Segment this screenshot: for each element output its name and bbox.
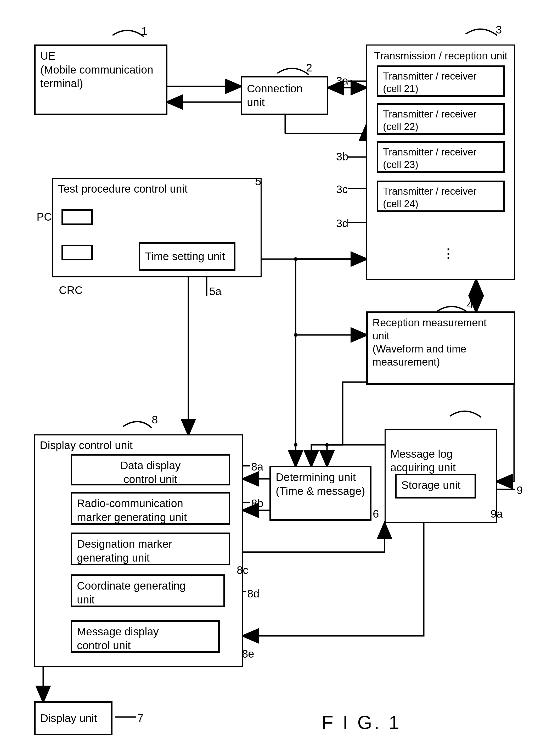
ellipsis-icon: ⋮ — [442, 246, 455, 261]
dcu-title: Display control unit — [40, 438, 238, 452]
block-tx-b: Transmitter / receiver (cell 22) — [377, 103, 505, 135]
block-ue: UE (Mobile communication terminal) — [34, 45, 168, 115]
block-coordinate-gen: Coordinate generating unit — [71, 574, 225, 607]
ref-8b: 8b — [251, 497, 264, 510]
ref-3b: 3b — [336, 151, 348, 163]
block-reception-measurement: Reception measurement unit (Waveform and… — [366, 312, 515, 385]
figure-label: F I G. 1 — [322, 712, 401, 733]
block-data-display-control: Data display control unit — [71, 454, 230, 485]
block-display-unit: Display unit — [34, 701, 113, 735]
block-tx-a: Transmitter / receiver (cell 21) — [377, 65, 505, 97]
ref-8e: 8e — [242, 648, 254, 660]
ref-8d: 8d — [247, 587, 260, 600]
tpc-title: Test procedure control unit — [58, 182, 256, 196]
ref-6: 6 — [373, 508, 379, 520]
svg-point-2 — [294, 333, 297, 337]
ref-8c: 8c — [237, 564, 248, 576]
ref-5: 5 — [255, 175, 261, 188]
block-determining-unit: Determining unit (Time & message) — [270, 466, 371, 521]
block-time-setting: Time setting unit — [139, 242, 236, 271]
label-pc: PC — [37, 211, 52, 223]
block-pc — [62, 209, 93, 225]
label-crc: CRC — [59, 284, 83, 297]
ref-4: 4 — [467, 298, 473, 311]
block-tx-d: Transmitter / receiver (cell 24) — [377, 181, 505, 212]
ref-2: 2 — [306, 62, 312, 74]
block-designation-marker-gen: Designation marker generating unit — [71, 532, 230, 565]
ref-8a: 8a — [251, 460, 264, 473]
svg-point-1 — [294, 443, 297, 447]
block-storage-unit: Storage unit — [395, 474, 476, 498]
block-connection-unit: Connection unit — [241, 76, 328, 115]
svg-point-3 — [325, 443, 329, 447]
block-crc — [62, 245, 93, 260]
ref-3d: 3d — [336, 217, 348, 230]
block-tx-c: Transmitter / receiver (cell 23) — [377, 141, 505, 173]
ref-3a: 3a — [336, 75, 348, 87]
block-radio-marker-gen: Radio-communication marker generating un… — [71, 492, 230, 525]
ref-9: 9 — [517, 484, 523, 497]
ref-8: 8 — [152, 413, 158, 426]
ref-9a: 9a — [490, 508, 503, 520]
ref-1: 1 — [141, 25, 147, 37]
diagram-canvas: UE (Mobile communication terminal) 1 Con… — [0, 0, 541, 756]
ref-3: 3 — [496, 24, 502, 36]
block-message-display-control: Message display control unit — [71, 620, 220, 653]
mlog-title: Message log acquiring unit — [390, 447, 491, 475]
tx-unit-title: Transmission / reception unit — [372, 49, 510, 62]
svg-point-0 — [294, 257, 297, 261]
ref-5a: 5a — [209, 285, 222, 298]
ref-7: 7 — [137, 712, 143, 724]
ref-3c: 3c — [336, 183, 348, 196]
